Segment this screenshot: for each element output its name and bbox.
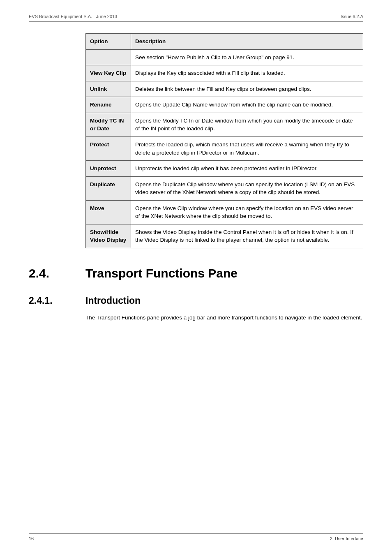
section-title: Transport Functions Pane [85,266,238,280]
description-cell: Shows the Video Display inside the Contr… [131,224,363,248]
subsection-number: 2.4.1. [29,295,85,306]
description-cell: Opens the Duplicate Clip window where yo… [131,176,363,200]
description-cell: Opens the Modify TC In or Date window fr… [131,113,363,136]
option-cell: Unprotect [86,161,131,177]
option-cell: Show/Hide Video Display [86,224,131,248]
th-description: Description [131,34,363,50]
description-cell: Opens the Update Clip Name window from w… [131,97,363,113]
option-cell: Move [86,200,131,224]
page-header: EVS Broadcast Equipment S.A. - June 2013… [29,0,363,22]
page-footer: 16 2. User Interface [29,533,363,541]
description-cell: Displays the Key clip associated with a … [131,65,363,81]
table-row: See section "How to Publish a Clip to a … [86,49,363,65]
table-row: Rename Opens the Update Clip Name window… [86,97,363,113]
footer-page-number: 16 [29,536,34,541]
option-cell: Protect [86,136,131,160]
header-right: Issue 6.2.A [341,14,363,19]
subsection-title: Introduction [85,295,141,306]
option-cell: Modify TC IN or Date [86,113,131,136]
content-area: Option Description See section "How to P… [0,22,392,322]
table-header-row: Option Description [86,34,363,50]
options-table: Option Description See section "How to P… [85,33,363,248]
footer-section-label: 2. User Interface [330,536,363,541]
description-cell: Unprotects the loaded clip when it has b… [131,161,363,177]
table-row: Unlink Deletes the link between the Fill… [86,81,363,97]
section-number: 2.4. [29,266,85,280]
option-cell: Duplicate [86,176,131,200]
intro-paragraph: The Transport Functions pane provides a … [85,314,363,322]
table-row: Modify TC IN or Date Opens the Modify TC… [86,113,363,136]
table-row: Duplicate Opens the Duplicate Clip windo… [86,176,363,200]
table-row: Protect Protects the loaded clip, which … [86,136,363,160]
table-row: Show/Hide Video Display Shows the Video … [86,224,363,248]
option-cell: Unlink [86,81,131,97]
options-table-container: Option Description See section "How to P… [85,33,363,248]
description-cell: See section "How to Publish a Clip to a … [131,49,363,65]
section-heading: 2.4. Transport Functions Pane [29,266,363,280]
description-cell: Deletes the link between the Fill and Ke… [131,81,363,97]
option-cell: View Key Clip [86,65,131,81]
table-row: Move Opens the Move Clip window where yo… [86,200,363,224]
option-cell: Rename [86,97,131,113]
description-cell: Protects the loaded clip, which means th… [131,136,363,160]
subsection-heading: 2.4.1. Introduction [29,295,363,306]
table-row: Unprotect Unprotects the loaded clip whe… [86,161,363,177]
table-row: View Key Clip Displays the Key clip asso… [86,65,363,81]
description-cell: Opens the Move Clip window where you can… [131,200,363,224]
option-cell [86,49,131,65]
th-option: Option [86,34,131,50]
header-left: EVS Broadcast Equipment S.A. - June 2013 [29,14,117,19]
